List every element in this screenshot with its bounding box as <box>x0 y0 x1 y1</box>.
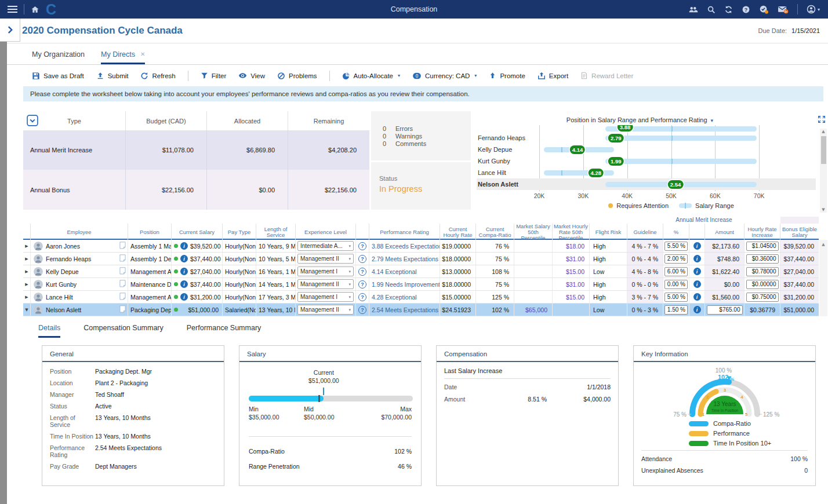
employee-cell[interactable]: Kelly Depue <box>31 265 128 277</box>
hourly-rate-increase-input[interactable] <box>746 280 779 289</box>
question-icon[interactable]: ? <box>358 306 366 314</box>
detail-tab-performance-summary[interactable]: Performance Summary <box>187 324 262 338</box>
view-button[interactable]: View <box>238 71 265 80</box>
info-icon[interactable]: i <box>693 280 701 288</box>
sync-icon[interactable] <box>724 5 733 14</box>
info-icon[interactable]: i <box>693 255 701 262</box>
chart-expand-icon[interactable] <box>818 115 826 125</box>
experience-level-select[interactable]: Management II▾ <box>297 254 354 264</box>
hourly-rate-increase-input[interactable] <box>746 293 779 302</box>
info-icon[interactable]: i <box>180 280 188 288</box>
employee-row[interactable]: ▼Nelson AslettPackaging Dept. M$51,000.0… <box>23 304 819 316</box>
account-icon[interactable]: ▾ <box>807 5 820 14</box>
filter-button[interactable]: Filter <box>201 72 227 79</box>
note-icon[interactable] <box>119 293 126 301</box>
chart-title-dropdown[interactable]: Position in Salary Range and Performance… <box>477 116 803 123</box>
info-icon[interactable]: i <box>693 268 701 275</box>
row-expander[interactable]: ▶ <box>23 291 31 303</box>
info-icon[interactable]: i <box>693 293 701 301</box>
chart-scrollbar[interactable]: ▲▼ <box>820 129 827 213</box>
question-icon[interactable]: ? <box>358 255 366 263</box>
info-icon[interactable]: i <box>693 306 701 313</box>
question-icon[interactable]: ? <box>358 293 366 301</box>
export-button[interactable]: Export <box>538 72 568 80</box>
table-scrollbar[interactable]: ▲ <box>819 217 828 316</box>
employee-row[interactable]: ▶Fernando HeapsAssembly 1 Dept.i$37,440.… <box>23 253 819 265</box>
detail-tab-compensation-summary[interactable]: Compensation Summary <box>83 324 164 338</box>
employee-row[interactable]: ▶Kelly DepueManagement Assii$27,040.00Ho… <box>23 265 819 278</box>
info-icon[interactable]: i <box>180 255 188 262</box>
auto-allocate-button[interactable]: Auto-Allocate▾ <box>342 72 400 80</box>
approvals-icon[interactable] <box>759 5 769 14</box>
close-tab-icon[interactable]: ✕ <box>140 51 145 57</box>
currency-button[interactable]: 0Currency: CAD▾ <box>412 72 477 79</box>
experience-level-select[interactable]: Management II▾ <box>297 279 354 289</box>
hourly-rate-increase-input[interactable] <box>746 267 779 276</box>
info-icon[interactable]: i <box>180 268 188 275</box>
general-field-row: StatusActive <box>50 403 216 410</box>
question-icon[interactable]: ? <box>358 268 366 276</box>
question-icon[interactable]: ? <box>358 280 366 288</box>
merit-percent-input[interactable] <box>664 280 688 289</box>
search-icon[interactable] <box>707 5 716 14</box>
hourly-rate-increase-input[interactable] <box>746 254 779 264</box>
note-icon[interactable] <box>119 280 126 288</box>
experience-level-select[interactable]: Intermediate A...▾ <box>297 241 354 251</box>
experience-level-select[interactable]: Management I▾ <box>297 266 354 276</box>
budget-collapse-button[interactable] <box>27 115 38 127</box>
allocated-amount: $6,869.80 <box>207 130 288 170</box>
merit-percent-input[interactable] <box>664 293 688 302</box>
question-icon[interactable]: ? <box>358 242 366 250</box>
row-expander[interactable]: ▶ <box>23 278 31 290</box>
tab-my-directs[interactable]: My Directs✕ <box>101 43 145 64</box>
chart-row: 3.88 <box>477 125 816 132</box>
performance-rating-cell: 3.88 Exceeds Expectations <box>369 240 440 252</box>
save-as-draft-button[interactable]: Save as Draft <box>32 72 84 80</box>
collapsed-sidebar[interactable] <box>0 42 7 504</box>
expand-sidebar-button[interactable] <box>0 19 20 42</box>
row-expander[interactable]: ▶ <box>23 240 31 252</box>
merit-percent-input[interactable] <box>664 267 688 276</box>
employee-cell[interactable]: Nelson Aslett <box>31 304 128 316</box>
performance-rating-badge: 2.79 <box>608 134 624 143</box>
note-icon[interactable] <box>119 242 126 250</box>
promote-button[interactable]: Promote <box>489 72 525 79</box>
position-cell: Maintenance Dep <box>128 278 172 290</box>
market-hourly-rate-cell: $18.00 <box>553 240 590 252</box>
employee-cell[interactable]: Lance Hilt <box>31 291 128 303</box>
position-cell: Management Assi <box>128 291 172 303</box>
info-icon[interactable]: i <box>180 293 188 301</box>
employee-row[interactable]: ▶Lance HiltManagement Assii$31,200.00Hou… <box>23 291 819 304</box>
employee-row[interactable]: ▶Aaron JonesAssembly 1 Materi$39,520.00H… <box>23 240 819 253</box>
problems-button[interactable]: Problems <box>277 72 317 80</box>
employee-cell[interactable]: Fernando Heaps <box>31 253 128 265</box>
merit-percent-input[interactable] <box>664 305 688 315</box>
row-expander[interactable]: ▼ <box>23 304 31 316</box>
info-icon[interactable]: i <box>180 242 188 250</box>
row-expander[interactable]: ▶ <box>23 253 31 265</box>
submit-button[interactable]: Submit <box>96 72 129 80</box>
tab-my-organization[interactable]: My Organization <box>32 43 85 64</box>
experience-level-select[interactable]: Management I▾ <box>297 292 354 302</box>
salary-panel: Salary Current $51,000.00 Min$35,000.00 … <box>239 345 422 486</box>
note-icon[interactable] <box>119 267 126 276</box>
messages-icon[interactable]: 9+ <box>778 5 789 14</box>
people-icon[interactable] <box>688 6 698 13</box>
hourly-rate-increase-input[interactable] <box>746 242 779 251</box>
help-icon[interactable]: ? <box>742 5 750 14</box>
merit-percent-input[interactable] <box>664 254 688 264</box>
detail-tab-details[interactable]: Details <box>38 324 60 338</box>
note-icon[interactable] <box>119 305 126 314</box>
merit-amount-input[interactable] <box>707 305 743 315</box>
hourly-rate-increase-cell <box>745 278 780 290</box>
refresh-button[interactable]: Refresh <box>140 72 175 80</box>
budget-type: Annual Bonus <box>23 170 126 210</box>
row-expander[interactable]: ▶ <box>23 265 31 277</box>
experience-level-select[interactable]: Management II▾ <box>297 305 354 315</box>
employee-cell[interactable]: Aaron Jones <box>31 240 128 252</box>
employee-row[interactable]: ▶Kurt GunbyMaintenance Depi$37,440.00Hou… <box>23 278 819 291</box>
merit-percent-input[interactable] <box>664 242 688 251</box>
employee-cell[interactable]: Kurt Gunby <box>31 278 128 290</box>
info-icon[interactable]: i <box>693 242 701 250</box>
note-icon[interactable] <box>119 254 126 263</box>
